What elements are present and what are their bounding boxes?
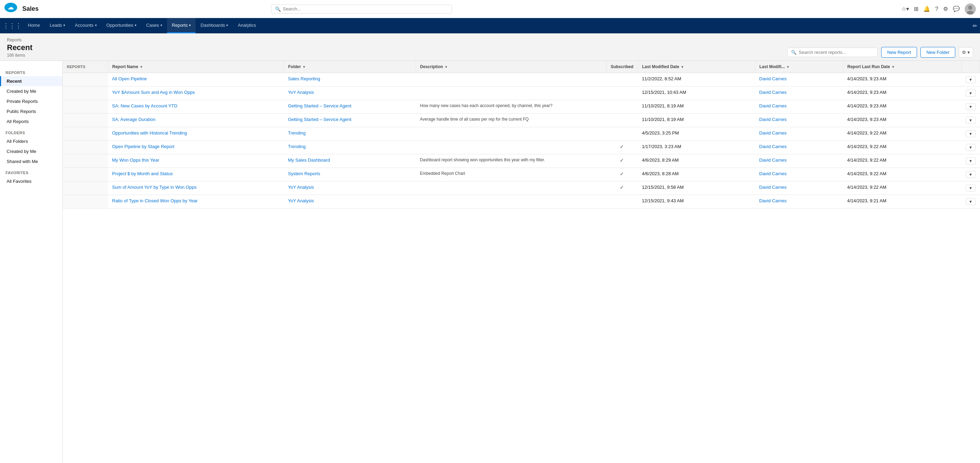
subscribed-cell <box>606 73 638 87</box>
folder-link[interactable]: Getting Started – Service Agent <box>288 117 351 122</box>
folder-link[interactable]: System Reports <box>288 171 320 176</box>
col-header-folder[interactable]: Folder ▼ <box>284 61 415 73</box>
last-modified-by-link[interactable]: David Carnes <box>759 76 787 81</box>
user-avatar[interactable] <box>965 3 976 14</box>
sidebar-item-recent[interactable]: Recent <box>0 76 62 86</box>
top-right-actions: ☆▾ ⊞ 🔔 ? ⚙ 💬 <box>901 3 976 14</box>
main-layout: REPORTS RecentCreated by MePrivate Repor… <box>0 61 980 463</box>
nav-item-analytics[interactable]: Analytics <box>233 18 261 33</box>
report-name-link[interactable]: Project $ by Month and Status <box>112 171 173 176</box>
col-header-report-name[interactable]: Report Name ▼ <box>108 61 284 73</box>
nav-item-opportunities[interactable]: Opportunities ▾ <box>102 18 141 33</box>
sidebar-item-private-reports[interactable]: Private Reports <box>0 96 62 106</box>
nav-item-cases[interactable]: Cases ▾ <box>141 18 167 33</box>
row-action-dropdown-button[interactable]: ▼ <box>966 171 976 178</box>
sidebar-item-public-reports[interactable]: Public Reports <box>0 106 62 116</box>
report-name-link[interactable]: SA: New Cases by Account YTD <box>112 103 178 108</box>
row-action-dropdown-button[interactable]: ▼ <box>966 198 976 205</box>
folder-link[interactable]: Sales Reporting <box>288 76 320 81</box>
row-action-cell: ▼ <box>962 141 980 154</box>
row-action-dropdown-button[interactable]: ▼ <box>966 185 976 192</box>
page-title: Recent <box>7 43 32 52</box>
new-report-button[interactable]: New Report <box>881 47 917 58</box>
last-modified-by-link[interactable]: David Carnes <box>759 130 787 136</box>
global-search-input[interactable] <box>283 6 448 11</box>
row-action-dropdown-button[interactable]: ▼ <box>966 90 976 97</box>
folder-link[interactable]: YoY Analysis <box>288 185 313 190</box>
salesforce-logo[interactable]: ☁ <box>4 2 18 16</box>
search-recent-bar[interactable]: 🔍 <box>787 48 878 57</box>
folder-link[interactable]: Trending <box>288 144 305 149</box>
folder-link[interactable]: Trending <box>288 130 305 136</box>
report-name-link[interactable]: YoY $Amount Sum and Avg in Won Opps <box>112 90 195 95</box>
last-run-date-cell: 4/14/2023, 9:22 AM <box>843 181 961 195</box>
sidebar-item-created-by-me[interactable]: Created by Me <box>0 86 62 96</box>
last-modified-by-cell: David Carnes <box>755 141 843 154</box>
settings-dropdown-button[interactable]: ⚙ ▾ <box>959 47 973 57</box>
col-header-description[interactable]: Description ▼ <box>416 61 606 73</box>
search-recent-input[interactable] <box>799 50 874 55</box>
global-search-bar[interactable]: 🔍 <box>271 5 452 14</box>
last-modified-by-link[interactable]: David Carnes <box>759 144 787 149</box>
folder-cell: Getting Started – Service Agent <box>284 114 415 127</box>
last-modified-by-link[interactable]: David Carnes <box>759 185 787 190</box>
report-name-link[interactable]: Sum of Amount YoY by Type in Won Opps <box>112 185 197 190</box>
report-name-link[interactable]: Open Pipeline by Stage Report <box>112 144 174 149</box>
sidebar-item-all-favorites[interactable]: All Favorites <box>0 176 62 186</box>
table-row: My Won Opps this YearMy Sales DashboardD… <box>63 154 980 168</box>
sidebar-item-all-reports[interactable]: All Reports <box>0 116 62 127</box>
nav-item-leads[interactable]: Leads ▾ <box>45 18 70 33</box>
row-action-dropdown-button[interactable]: ▼ <box>966 117 976 124</box>
notifications-bell-icon[interactable]: 🔔 <box>923 6 930 12</box>
gear-icon[interactable]: ⚙ <box>943 6 948 12</box>
row-action-dropdown-button[interactable]: ▼ <box>966 157 976 165</box>
app-launcher-icon[interactable]: ⋮⋮⋮ <box>3 22 22 30</box>
table-row: Sum of Amount YoY by Type in Won OppsYoY… <box>63 181 980 195</box>
last-modified-by-link[interactable]: David Carnes <box>759 198 787 203</box>
sidebar-item-created-by-me[interactable]: Created by Me <box>0 146 62 156</box>
row-action-dropdown-button[interactable]: ▼ <box>966 103 976 110</box>
last-modified-by-link[interactable]: David Carnes <box>759 103 787 108</box>
col-header-last-run[interactable]: Report Last Run Date ▼ <box>843 61 961 73</box>
folder-link[interactable]: My Sales Dashboard <box>288 157 330 163</box>
last-modified-by-link[interactable]: David Carnes <box>759 171 787 176</box>
last-modified-by-link[interactable]: David Carnes <box>759 157 787 163</box>
report-name-link[interactable]: Opportunities with Historical Trending <box>112 130 187 136</box>
sort-icon-report-name: ▼ <box>140 65 143 69</box>
top-navigation: ☁ Sales 🔍 ☆▾ ⊞ 🔔 ? ⚙ 💬 <box>0 0 980 18</box>
last-modified-by-cell: David Carnes <box>755 195 843 209</box>
sidebar-item-shared-with-me[interactable]: Shared with Me <box>0 156 62 166</box>
row-action-dropdown-button[interactable]: ▼ <box>966 76 976 83</box>
sidebar-item-all-folders[interactable]: All Folders <box>0 136 62 146</box>
col-header-last-modified-by[interactable]: Last Modifi... ▼ <box>755 61 843 73</box>
nav-item-home[interactable]: Home <box>23 18 45 33</box>
reports-table-area: REPORTS Report Name ▼ Folder ▼ <box>63 61 980 463</box>
report-name-link[interactable]: Ratio of Type in Closed Won Opps by Year <box>112 198 198 203</box>
last-modified-date-cell: 4/6/2023, 8:28 AM <box>638 168 755 181</box>
col-header-last-modified[interactable]: Last Modified Date ▼ <box>638 61 755 73</box>
folder-cell: System Reports <box>284 168 415 181</box>
sort-icon-folder: ▼ <box>302 65 306 69</box>
nav-item-reports[interactable]: Reports ▾ <box>167 18 196 33</box>
folder-link[interactable]: Getting Started – Service Agent <box>288 103 351 108</box>
chat-icon[interactable]: 💬 <box>953 6 960 12</box>
last-modified-date-cell: 1/17/2023, 3:23 AM <box>638 141 755 154</box>
row-action-dropdown-button[interactable]: ▼ <box>966 130 976 137</box>
report-name-link[interactable]: All Open Pipeline <box>112 76 147 81</box>
favorites-icon[interactable]: ☆▾ <box>901 6 909 12</box>
help-icon[interactable]: ? <box>935 6 938 12</box>
last-modified-by-link[interactable]: David Carnes <box>759 90 787 95</box>
nav-item-accounts[interactable]: Accounts ▾ <box>70 18 101 33</box>
nav-edit-icon[interactable]: ✏ <box>973 22 977 29</box>
nav-item-dashboards[interactable]: Dashboards ▾ <box>196 18 233 33</box>
setup-icon[interactable]: ⊞ <box>914 6 918 12</box>
svg-point-3 <box>968 6 972 10</box>
report-name-link[interactable]: SA: Average Duration <box>112 117 156 122</box>
folder-link[interactable]: YoY Analysis <box>288 90 313 95</box>
folder-cell: Sales Reporting <box>284 73 415 87</box>
report-name-link[interactable]: My Won Opps this Year <box>112 157 159 163</box>
row-action-dropdown-button[interactable]: ▼ <box>966 144 976 151</box>
folder-link[interactable]: YoY Analysis <box>288 198 313 203</box>
last-modified-by-link[interactable]: David Carnes <box>759 117 787 122</box>
new-folder-button[interactable]: New Folder <box>921 47 955 58</box>
